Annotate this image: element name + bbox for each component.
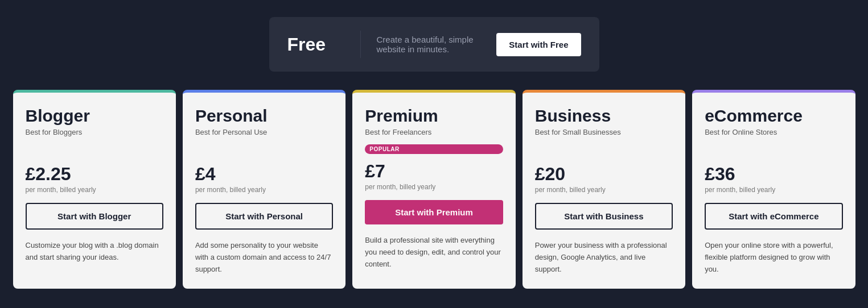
plan-name-ecommerce: eCommerce [705, 106, 842, 126]
free-plan-banner: Free Create a beautiful, simple website … [269, 17, 599, 72]
plan-tagline-premium: Best for Freelancers [365, 128, 503, 136]
free-divider [360, 31, 361, 58]
plan-card-blogger: Blogger Best for Bloggers £2.25 per mont… [13, 90, 176, 289]
plan-price-premium: £7 [365, 161, 503, 182]
plan-card-ecommerce: eCommerce Best for Online Stores £36 per… [692, 90, 855, 289]
free-plan-cta-button[interactable]: Start with Free [496, 33, 581, 56]
plan-billing-personal: per month, billed yearly [195, 186, 333, 194]
plan-cta-blogger[interactable]: Start with Blogger [26, 203, 163, 230]
plan-tagline-business: Best for Small Businesses [535, 128, 673, 136]
plan-price-personal: £4 [195, 164, 333, 185]
plan-cta-premium[interactable]: Start with Premium [365, 200, 503, 224]
plan-description-premium: Build a professional site with everythin… [365, 235, 503, 270]
badge-spacer [26, 144, 163, 157]
plan-name-blogger: Blogger [26, 106, 163, 126]
free-plan-title: Free [287, 34, 344, 55]
plan-price-blogger: £2.25 [26, 164, 163, 185]
badge-spacer [705, 144, 842, 157]
plan-tagline-personal: Best for Personal Use [195, 128, 333, 136]
plan-cta-business[interactable]: Start with Business [535, 203, 673, 230]
plan-card-premium: Premium Best for Freelancers POPULAR £7 … [352, 90, 515, 289]
plan-description-business: Power your business with a professional … [535, 240, 673, 275]
plan-description-ecommerce: Open your online store with a powerful, … [705, 240, 842, 275]
plan-price-ecommerce: £36 [705, 164, 842, 185]
plan-card-business: Business Best for Small Businesses £20 p… [523, 90, 685, 289]
plan-name-personal: Personal [195, 106, 333, 126]
plan-billing-ecommerce: per month, billed yearly [705, 186, 842, 194]
badge-spacer [195, 144, 333, 157]
plan-price-business: £20 [535, 164, 673, 185]
free-plan-description: Create a beautiful, simple website in mi… [377, 35, 486, 54]
plan-name-premium: Premium [365, 106, 503, 126]
popular-badge: POPULAR [365, 144, 503, 154]
plan-billing-premium: per month, billed yearly [365, 183, 503, 191]
plan-card-personal: Personal Best for Personal Use £4 per mo… [183, 90, 345, 289]
plan-billing-blogger: per month, billed yearly [26, 186, 163, 194]
plan-tagline-ecommerce: Best for Online Stores [705, 128, 842, 136]
plan-tagline-blogger: Best for Bloggers [26, 128, 163, 136]
plan-cta-personal[interactable]: Start with Personal [195, 203, 333, 230]
plan-description-personal: Add some personality to your website wit… [195, 240, 333, 275]
plans-grid: Blogger Best for Bloggers £2.25 per mont… [13, 90, 855, 289]
plan-billing-business: per month, billed yearly [535, 186, 673, 194]
plan-description-blogger: Customize your blog with a .blog domain … [26, 240, 163, 264]
badge-spacer [535, 144, 673, 157]
plan-cta-ecommerce[interactable]: Start with eCommerce [705, 203, 842, 230]
plan-name-business: Business [535, 106, 673, 126]
